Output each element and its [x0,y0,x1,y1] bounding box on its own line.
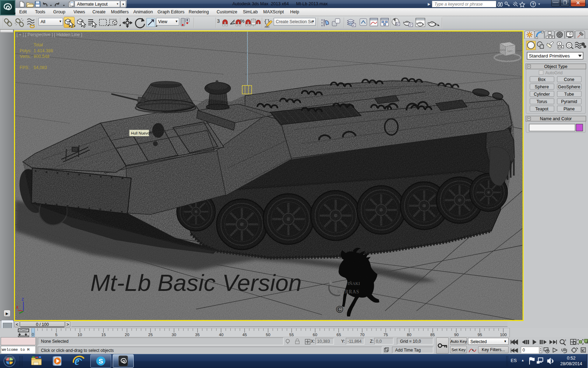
svg-text:Teapot: Teapot [535,107,548,111]
svg-text:40: 40 [219,333,224,337]
svg-text:65: 65 [337,333,341,337]
svg-text:50: 50 [266,333,271,337]
svg-text:30: 30 [172,333,176,337]
svg-text:20: 20 [125,333,130,337]
svg-text:Name and Color: Name and Color [540,116,572,121]
svg-text:3: 3 [217,18,220,24]
svg-text:15: 15 [102,333,106,337]
svg-text:85: 85 [430,333,435,337]
svg-text:60: 60 [313,333,317,337]
svg-text:35: 35 [195,333,200,337]
svg-text:Box: Box [538,77,546,82]
svg-text:Object Type: Object Type [544,64,568,69]
svg-text:25: 25 [148,333,153,337]
svg-text:Standard Primitives: Standard Primitives [529,53,570,59]
svg-text:100: 100 [500,333,506,337]
svg-text:Plane: Plane [564,107,575,111]
svg-text:45: 45 [243,333,247,337]
svg-text:95: 95 [478,333,482,337]
svg-text:Torus: Torus [537,99,547,104]
svg-text:70: 70 [360,333,365,337]
svg-text:5: 5 [55,333,57,337]
svg-text:Pyramid: Pyramid [561,99,577,104]
svg-text:80: 80 [407,333,412,337]
svg-text:Sphere: Sphere [535,84,549,89]
svg-text:ABC: ABC [265,26,270,28]
svg-text:S: S [99,357,103,365]
svg-text:AutoGrid: AutoGrid [545,70,562,75]
svg-text:±: ± [565,338,566,342]
svg-text:10: 10 [78,333,82,337]
svg-text:%: % [240,18,244,24]
svg-text:GeoSphere: GeoSphere [558,84,580,89]
svg-text:55: 55 [289,333,294,337]
svg-text:Cylinder: Cylinder [534,92,550,97]
svg-text:90: 90 [454,333,459,337]
svg-text:0: 0 [32,332,34,336]
svg-text:?: ? [532,2,534,6]
svg-text:75: 75 [384,333,388,337]
svg-text:Tube: Tube [564,92,574,97]
svg-text:Cone: Cone [564,77,574,82]
